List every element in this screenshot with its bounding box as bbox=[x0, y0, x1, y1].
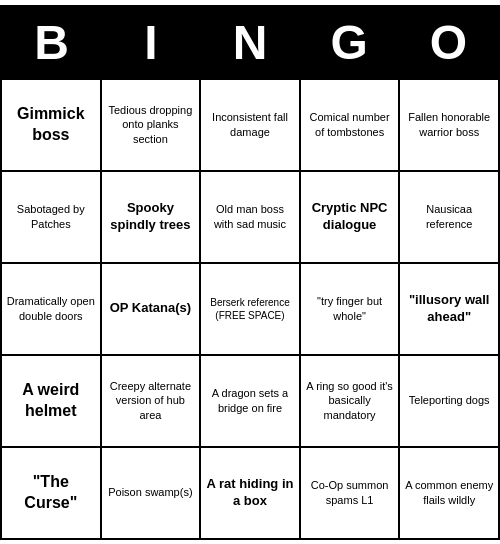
bingo-cell-0: Gimmick boss bbox=[2, 80, 100, 170]
bingo-cell-5: Sabotaged by Patches bbox=[2, 172, 100, 262]
bingo-header: BINGO bbox=[2, 7, 498, 78]
bingo-letter-g: G bbox=[300, 7, 399, 78]
bingo-cell-9: Nausicaa reference bbox=[400, 172, 498, 262]
bingo-cell-10: Dramatically open double doors bbox=[2, 264, 100, 354]
bingo-cell-11: OP Katana(s) bbox=[102, 264, 200, 354]
bingo-cell-24: A common enemy flails wildly bbox=[400, 448, 498, 538]
bingo-cell-16: Creepy alternate version of hub area bbox=[102, 356, 200, 446]
bingo-letter-i: I bbox=[101, 7, 200, 78]
bingo-cell-22: A rat hiding in a box bbox=[201, 448, 299, 538]
bingo-cell-21: Poison swamp(s) bbox=[102, 448, 200, 538]
bingo-grid: Gimmick bossTedious dropping onto planks… bbox=[2, 78, 498, 538]
bingo-cell-15: A weird helmet bbox=[2, 356, 100, 446]
bingo-letter-b: B bbox=[2, 7, 101, 78]
bingo-letter-o: O bbox=[399, 7, 498, 78]
bingo-cell-3: Comical number of tombstones bbox=[301, 80, 399, 170]
bingo-cell-17: A dragon sets a bridge on fire bbox=[201, 356, 299, 446]
bingo-cell-13: "try finger but whole" bbox=[301, 264, 399, 354]
bingo-letter-n: N bbox=[200, 7, 299, 78]
bingo-cell-19: Teleporting dogs bbox=[400, 356, 498, 446]
bingo-cell-1: Tedious dropping onto planks section bbox=[102, 80, 200, 170]
bingo-cell-6: Spooky spindly trees bbox=[102, 172, 200, 262]
bingo-cell-18: A ring so good it's basically mandatory bbox=[301, 356, 399, 446]
bingo-card: BINGO Gimmick bossTedious dropping onto … bbox=[0, 5, 500, 540]
bingo-cell-2: Inconsistent fall damage bbox=[201, 80, 299, 170]
bingo-cell-8: Cryptic NPC dialogue bbox=[301, 172, 399, 262]
bingo-cell-7: Old man boss with sad music bbox=[201, 172, 299, 262]
bingo-cell-4: Fallen honorable warrior boss bbox=[400, 80, 498, 170]
bingo-cell-14: "illusory wall ahead" bbox=[400, 264, 498, 354]
bingo-cell-12: Berserk reference (FREE SPACE) bbox=[201, 264, 299, 354]
bingo-cell-20: "The Curse" bbox=[2, 448, 100, 538]
bingo-cell-23: Co-Op summon spams L1 bbox=[301, 448, 399, 538]
